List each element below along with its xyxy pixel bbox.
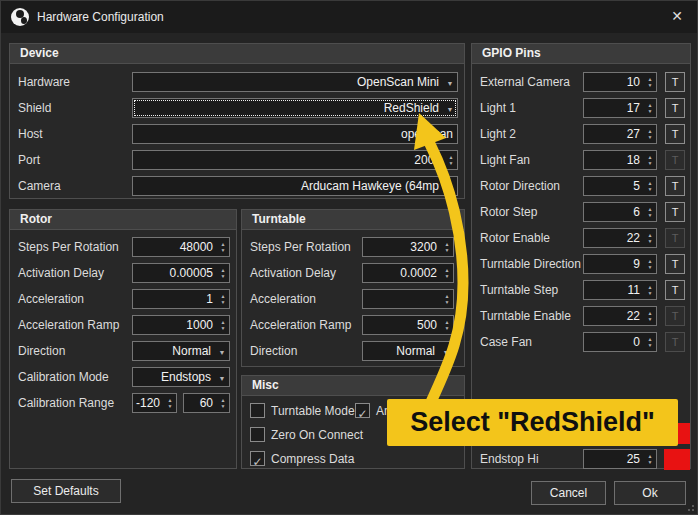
turntable-ramp-stepper[interactable]: 500 (362, 315, 454, 335)
zero-on-connect-checkbox[interactable] (250, 427, 265, 442)
calibration-range-max-stepper[interactable]: 60 (183, 393, 230, 413)
spinner-icon[interactable] (441, 316, 453, 334)
camera-dropdown[interactable]: Arducam Hawkeye (64mp (132, 176, 458, 196)
gpio-pin-stepper[interactable]: 22 (583, 306, 657, 326)
ann-checkbox[interactable] (355, 403, 370, 418)
turntable-direction-dropdown[interactable]: Normal (362, 341, 454, 361)
spinner-icon[interactable] (644, 203, 656, 221)
test-pin-button[interactable]: T (665, 72, 685, 92)
rotor-calibration-mode-dropdown[interactable]: Endstops (132, 367, 230, 387)
test-pin-button[interactable]: T (665, 202, 685, 222)
gpio-pin-stepper[interactable]: 22 (583, 228, 657, 248)
gpio-row-endstop-hi: Endstop Hi 25 (472, 449, 690, 469)
spinner-icon[interactable] (217, 264, 229, 282)
turntable-steps-stepper[interactable]: 3200 (362, 237, 454, 257)
spinner-icon[interactable] (644, 307, 656, 325)
gpio-pin-stepper[interactable]: 5 (583, 176, 657, 196)
chevron-down-icon[interactable] (215, 344, 229, 358)
spinner-icon[interactable] (644, 73, 656, 91)
gpio-pin-value: 22 (584, 231, 644, 245)
chevron-down-icon[interactable] (443, 101, 457, 115)
spinner-icon[interactable] (644, 177, 656, 195)
chevron-down-icon[interactable] (443, 179, 457, 193)
spinner-icon[interactable] (217, 290, 229, 308)
gpio-label: Light 2 (480, 124, 516, 144)
field-value: 48000 (133, 240, 217, 254)
port-stepper[interactable]: 2000 (132, 150, 458, 170)
test-pin-button[interactable]: T (665, 98, 685, 118)
hardware-configuration-dialog: Hardware Configuration ✕ Device Hardware… (0, 0, 698, 515)
rotor-ramp-stepper[interactable]: 1000 (132, 315, 230, 335)
test-pin-button[interactable]: T (665, 280, 685, 300)
close-icon[interactable]: ✕ (671, 8, 683, 24)
rotor-delay-stepper[interactable]: 0.00005 (132, 263, 230, 283)
spinner-icon[interactable] (644, 281, 656, 299)
hardware-dropdown[interactable]: OpenScan Mini (132, 72, 458, 92)
cancel-button[interactable]: Cancel (531, 481, 606, 505)
field-value: Normal (133, 344, 215, 358)
ok-button[interactable]: Ok (614, 481, 686, 505)
field-value: 1 (133, 292, 217, 306)
gpio-row-turntable-enable: Turntable Enable 22 T (472, 306, 690, 326)
field-value: Endstops (133, 370, 215, 384)
rotor-group-title: Rotor (10, 210, 236, 230)
gpio-pin-stepper[interactable]: 17 (583, 98, 657, 118)
field-value: 500 (363, 318, 441, 332)
spinner-icon[interactable] (441, 238, 453, 256)
spinner-icon[interactable] (644, 333, 656, 351)
spinner-icon[interactable] (441, 290, 453, 308)
spinner-icon[interactable] (164, 394, 176, 412)
resize-grip[interactable] (686, 503, 694, 511)
chevron-down-icon[interactable] (439, 344, 453, 358)
spinner-icon[interactable] (644, 255, 656, 273)
gpio-pin-stepper[interactable]: 11 (583, 280, 657, 300)
spinner-icon[interactable] (217, 316, 229, 334)
turntable-row-activation-delay: Activation Delay 0.0002 (242, 263, 464, 283)
spinner-icon[interactable] (644, 229, 656, 247)
gpio-pin-stepper[interactable]: 0 (583, 332, 657, 352)
gpio-pin-stepper[interactable]: 27 (583, 124, 657, 144)
app-logo-icon (11, 8, 29, 26)
turntable-delay-stepper[interactable]: 0.0002 (362, 263, 454, 283)
turntable-acceleration-stepper[interactable] (362, 289, 454, 309)
shield-dropdown[interactable]: RedShield (132, 98, 458, 118)
spinner-icon[interactable] (441, 264, 453, 282)
turntable-mode-checkbox[interactable] (250, 403, 265, 418)
calibration-range-min-stepper[interactable]: -120 (132, 393, 177, 413)
spinner-icon[interactable] (644, 125, 656, 143)
gpio-pin-stepper[interactable]: 10 (583, 72, 657, 92)
chevron-down-icon[interactable] (443, 75, 457, 89)
field-value: Normal (363, 344, 439, 358)
gpio-pin-stepper[interactable]: 18 (583, 150, 657, 170)
gpio-pin-stepper[interactable]: 25 (583, 449, 657, 469)
test-pin-button[interactable]: T (665, 176, 685, 196)
spinner-icon[interactable] (445, 151, 457, 169)
hardware-value: OpenScan Mini (133, 75, 443, 89)
gpio-group-title: GPIO Pins (472, 44, 690, 64)
gpio-pin-value: 25 (584, 452, 644, 466)
gpio-pin-stepper[interactable]: 6 (583, 202, 657, 222)
set-defaults-button[interactable]: Set Defaults (11, 479, 121, 503)
gpio-pin-stepper[interactable]: 9 (583, 254, 657, 274)
host-input[interactable]: openscan (132, 124, 458, 144)
field-label: Acceleration Ramp (18, 315, 119, 335)
test-pin-button[interactable]: T (665, 254, 685, 274)
rotor-acceleration-stepper[interactable]: 1 (132, 289, 230, 309)
gpio-label: Light Fan (480, 150, 530, 170)
spinner-icon[interactable] (644, 99, 656, 117)
misc-group-title: Misc (242, 376, 464, 396)
spinner-icon[interactable] (644, 151, 656, 169)
gpio-row-turntable-direction: Turntable Direction 9 T (472, 254, 690, 274)
field-label: Activation Delay (18, 263, 104, 283)
field-label: Acceleration Ramp (250, 315, 351, 335)
gpio-row-case-fan: Case Fan 0 T (472, 332, 690, 352)
chevron-down-icon[interactable] (215, 370, 229, 384)
compress-data-checkbox[interactable] (250, 451, 265, 466)
spinner-icon[interactable] (217, 394, 229, 412)
rotor-steps-stepper[interactable]: 48000 (132, 237, 230, 257)
spinner-icon[interactable] (217, 238, 229, 256)
test-pin-button[interactable]: T (665, 124, 685, 144)
turntable-row-steps: Steps Per Rotation 3200 (242, 237, 464, 257)
rotor-direction-dropdown[interactable]: Normal (132, 341, 230, 361)
spinner-icon[interactable] (644, 450, 656, 468)
